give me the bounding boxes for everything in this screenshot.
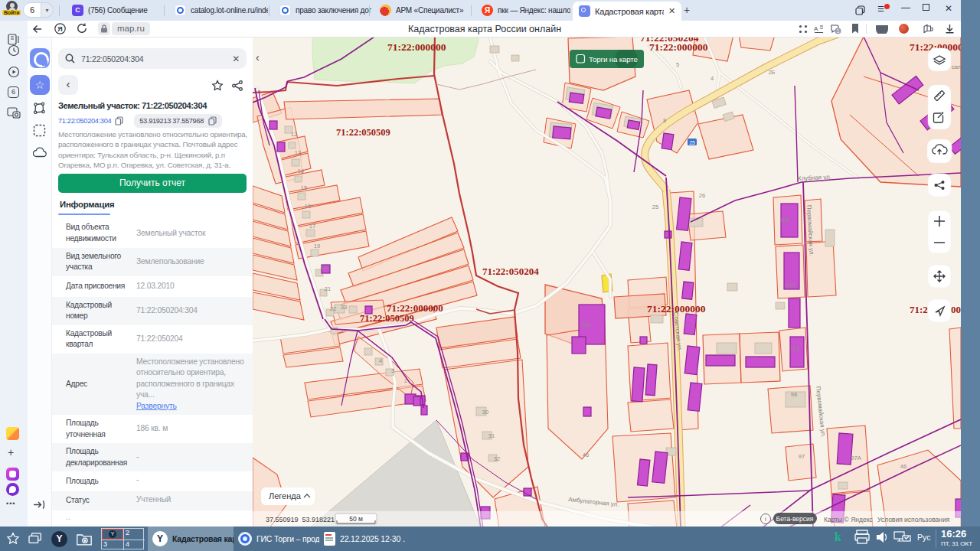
svg-text:32: 32 [494, 455, 500, 462]
svg-text:Бета-версия: Бета-версия [776, 515, 814, 523]
svg-text:15: 15 [301, 184, 307, 191]
svg-text:2: 2 [404, 377, 407, 384]
svg-text:21: 21 [325, 285, 331, 292]
svg-text:31Б: 31Б [580, 321, 590, 328]
svg-text:25: 25 [689, 140, 695, 145]
svg-text:46: 46 [583, 452, 589, 458]
svg-text:31: 31 [488, 432, 495, 439]
svg-text:71:22:050204: 71:22:050204 [482, 266, 539, 277]
svg-text:сато: сато [952, 64, 961, 70]
svg-text:25: 25 [652, 204, 658, 210]
svg-text:37.550919 53.918221: 37.550919 53.918221 [266, 516, 335, 523]
svg-text:71:22:000000: 71:22:000000 [649, 41, 708, 53]
svg-text:30: 30 [482, 409, 488, 416]
svg-text:Я: Я [57, 25, 62, 33]
svg-text:19: 19 [314, 243, 320, 249]
svg-text:71:22:050509: 71:22:050509 [360, 313, 414, 324]
svg-text:71:22:000000: 71:22:000000 [387, 41, 446, 53]
svg-text:А: А [814, 25, 818, 32]
svg-text:101: 101 [790, 345, 800, 352]
svg-text:98: 98 [791, 391, 797, 398]
svg-text:2Б: 2Б [768, 69, 775, 76]
svg-text:4: 4 [379, 357, 382, 364]
svg-text:13: 13 [295, 149, 301, 156]
svg-text:12: 12 [291, 131, 297, 138]
svg-text:Карты © Яндекс: Карты © Яндекс [824, 516, 874, 523]
svg-text:33: 33 [341, 304, 347, 311]
svg-text:4: 4 [710, 75, 714, 82]
svg-text:5: 5 [676, 61, 679, 68]
svg-text:71:22:000000: 71:22:000000 [387, 302, 443, 314]
svg-text:Условия использования: Условия использования [877, 516, 950, 523]
svg-text:16: 16 [305, 203, 311, 210]
svg-text:71:22:050509: 71:22:050509 [336, 127, 390, 138]
svg-text:00: 00 [951, 304, 961, 315]
svg-text:14: 14 [298, 168, 304, 174]
svg-text:103: 103 [786, 282, 795, 289]
svg-text:3: 3 [391, 367, 394, 374]
svg-text:50 м: 50 м [349, 515, 363, 523]
svg-text:105: 105 [780, 217, 790, 223]
svg-text:46: 46 [900, 463, 906, 470]
svg-text:‹: ‹ [256, 51, 260, 64]
svg-text:8: 8 [663, 117, 666, 124]
svg-text:i: i [765, 516, 766, 523]
svg-text:97А: 97А [851, 455, 861, 461]
svg-text:1: 1 [837, 28, 840, 34]
svg-text:71:22:000000: 71:22:000000 [647, 303, 706, 315]
svg-text:22: 22 [330, 305, 336, 312]
svg-text:17: 17 [309, 223, 315, 230]
svg-text:26: 26 [699, 192, 705, 199]
svg-text:20: 20 [321, 264, 327, 271]
svg-text:Торги на карте: Торги на карте [589, 55, 638, 64]
svg-text:Легенда: Легенда [269, 491, 302, 500]
svg-text:97: 97 [799, 453, 805, 460]
svg-text:71:2: 71:2 [910, 304, 928, 315]
